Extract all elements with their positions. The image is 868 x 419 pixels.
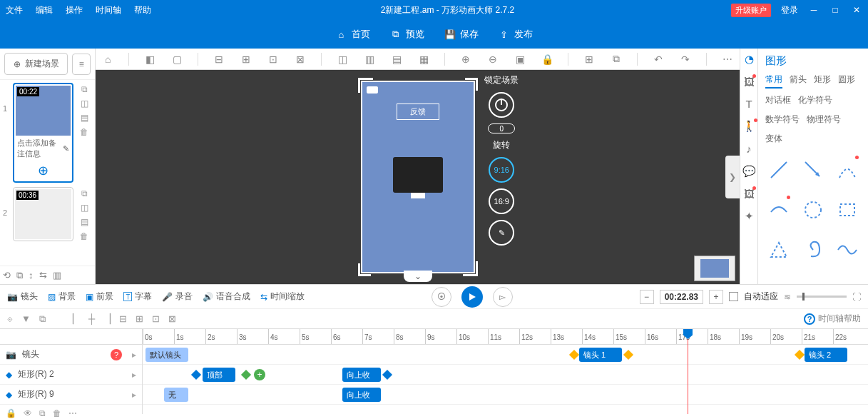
clip-none[interactable]: 无 bbox=[164, 388, 188, 402]
upgrade-badge[interactable]: 升级账户 bbox=[731, 4, 771, 17]
add-scene-below[interactable]: ⊕ bbox=[16, 161, 71, 180]
minimize-icon[interactable]: ─ bbox=[808, 4, 820, 16]
expand-handle[interactable]: ❯ bbox=[725, 156, 740, 198]
clip-up[interactable]: 向上收 bbox=[342, 368, 381, 382]
character-tab-icon[interactable]: 🚶 bbox=[742, 120, 756, 133]
clip-camera-2[interactable]: 镜头 2 bbox=[805, 348, 847, 362]
close-icon[interactable]: ✕ bbox=[851, 4, 862, 16]
callout-tab-icon[interactable]: 💬 bbox=[742, 165, 756, 178]
align-icon[interactable]: ⊟ bbox=[213, 54, 225, 65]
scene-card[interactable]: 00:36 bbox=[13, 187, 73, 241]
zoom-out-button[interactable]: − bbox=[640, 290, 654, 304]
tab-chem[interactable]: 化学符号 bbox=[798, 94, 832, 108]
align-icon[interactable]: ⊞ bbox=[136, 313, 143, 324]
shape-rect-dashed[interactable] bbox=[834, 193, 861, 226]
shape-arrow[interactable] bbox=[800, 153, 827, 186]
zoom-in-icon[interactable]: ⊕ bbox=[459, 54, 472, 65]
zoom-out-icon[interactable]: ⊖ bbox=[486, 54, 499, 65]
fit-icon[interactable]: ▣ bbox=[514, 54, 526, 65]
lock-icon[interactable]: 🔒 bbox=[541, 54, 553, 65]
login-link[interactable]: 登录 bbox=[781, 4, 798, 16]
record-button[interactable]: 🎤录音 bbox=[162, 291, 193, 303]
align-icon[interactable]: ⊡ bbox=[152, 313, 160, 324]
dup-icon[interactable]: ◫ bbox=[81, 203, 88, 213]
play-button[interactable] bbox=[461, 286, 483, 308]
playhead[interactable] bbox=[688, 329, 688, 414]
tab-arrow[interactable]: 箭头 bbox=[790, 74, 807, 89]
fit-icon[interactable]: ⛶ bbox=[852, 292, 861, 302]
dup-icon[interactable]: ◫ bbox=[81, 99, 88, 108]
trash-icon[interactable]: 🗑 bbox=[53, 408, 61, 418]
track-camera[interactable]: 📷 镜头 ? ▸ bbox=[0, 345, 142, 365]
bg-button[interactable]: ▨背景 bbox=[48, 291, 76, 303]
menu-help[interactable]: 帮助 bbox=[134, 4, 151, 16]
more-icon[interactable]: ⋯ bbox=[68, 408, 77, 418]
text-tab-icon[interactable]: T bbox=[746, 98, 752, 110]
trash-icon[interactable]: 🗑 bbox=[80, 127, 88, 137]
shape-arc-dashed[interactable] bbox=[834, 153, 861, 186]
warning-icon[interactable]: ? bbox=[111, 349, 122, 360]
tool-icon[interactable]: ⟲ bbox=[3, 270, 11, 281]
subtitle-button[interactable]: 🅃字幕 bbox=[123, 291, 152, 303]
align-icon[interactable]: ⊠ bbox=[294, 54, 307, 65]
align-icon[interactable]: ⊞ bbox=[240, 54, 252, 65]
menu-edit[interactable]: 编辑 bbox=[36, 4, 53, 16]
camera-frame[interactable]: 反馈 ⌄ bbox=[361, 81, 475, 273]
keyframe[interactable] bbox=[623, 350, 633, 360]
time-ruler[interactable]: 0s1s2s3s4s5s6s7s8s9s10s11s12s13s14s15s16… bbox=[143, 329, 868, 345]
image-tab-icon[interactable]: 🖼 bbox=[744, 76, 755, 88]
filter-icon[interactable]: ▼ bbox=[21, 313, 31, 324]
eye-icon[interactable]: 👁 bbox=[24, 408, 32, 418]
scene-note[interactable]: 点击添加备注信息✎ bbox=[16, 136, 71, 161]
home-icon[interactable]: ⌂ bbox=[101, 54, 114, 65]
trash-icon[interactable]: 🗑 bbox=[80, 231, 88, 241]
fg-button[interactable]: ▣前景 bbox=[86, 291, 113, 303]
tool-icon[interactable]: ⇆ bbox=[39, 270, 47, 281]
timeline-help-label[interactable]: 时间轴帮助 bbox=[818, 313, 861, 325]
music-tab-icon[interactable]: ♪ bbox=[746, 143, 752, 155]
dist-icon[interactable]: ▤ bbox=[390, 54, 403, 65]
keyframe[interactable] bbox=[241, 370, 251, 380]
align-left-icon[interactable]: ▏ bbox=[73, 313, 80, 324]
lock-icon[interactable]: 🔒 bbox=[6, 408, 16, 418]
layers-icon[interactable]: ▤ bbox=[81, 113, 88, 123]
copy-icon[interactable]: ⧉ bbox=[81, 84, 88, 94]
keyframe[interactable] bbox=[569, 350, 579, 360]
align-icon[interactable]: ⊡ bbox=[267, 54, 280, 65]
camera-track-line[interactable]: 默认镜头 镜头 1 镜头 2 bbox=[143, 345, 868, 365]
menu-timeline[interactable]: 时间轴 bbox=[96, 4, 121, 16]
align-icon[interactable]: ⊠ bbox=[168, 313, 176, 324]
layers-icon[interactable]: ▤ bbox=[81, 217, 88, 227]
undo-icon[interactable]: ↶ bbox=[652, 54, 665, 65]
tab-dialog[interactable]: 对话框 bbox=[765, 94, 791, 108]
effect-tab-icon[interactable]: ✦ bbox=[745, 210, 754, 223]
seek-end-button[interactable]: ▻ bbox=[493, 287, 513, 307]
align-icon[interactable]: ⊟ bbox=[119, 313, 127, 324]
wave-icon[interactable]: ≋ bbox=[784, 292, 791, 302]
new-scene-button[interactable]: ⊕新建场景 bbox=[4, 53, 68, 75]
timescale-button[interactable]: ⇆时间缩放 bbox=[260, 291, 305, 303]
autofit-checkbox[interactable] bbox=[729, 292, 738, 301]
tab-math[interactable]: 数学符号 bbox=[765, 113, 800, 127]
tool-icon[interactable]: ▢ bbox=[170, 54, 183, 65]
rect2-track-line[interactable]: 顶部 + 向上收 bbox=[143, 365, 868, 385]
zoom-slider[interactable] bbox=[797, 296, 847, 298]
maximize-icon[interactable]: □ bbox=[829, 4, 841, 16]
scene-card[interactable]: 00:22 点击添加备注信息✎ ⊕ bbox=[13, 83, 73, 183]
clip-up[interactable]: 向上收 bbox=[342, 388, 381, 402]
track-rect2[interactable]: ◆ 矩形(R) 2 ▸ bbox=[0, 365, 142, 385]
keyframe[interactable] bbox=[795, 350, 805, 360]
publish-button[interactable]: ⇧发布 bbox=[499, 28, 533, 41]
tool-icon[interactable]: ⟐ bbox=[7, 313, 13, 324]
rotate-dial[interactable] bbox=[489, 92, 514, 118]
clip-camera-1[interactable]: 镜头 1 bbox=[579, 348, 622, 362]
preview-button[interactable]: ⧉预览 bbox=[390, 28, 424, 41]
tts-button[interactable]: 🔊语音合成 bbox=[203, 291, 250, 303]
scene-sort-button[interactable]: ≡ bbox=[72, 54, 91, 75]
more-icon[interactable]: ⋯ bbox=[721, 54, 734, 65]
tab-common[interactable]: 常用 bbox=[765, 74, 782, 89]
shape-triangle-dashed[interactable] bbox=[765, 233, 792, 266]
add-keyframe[interactable]: + bbox=[254, 369, 265, 380]
seek-start-button[interactable]: ⦿ bbox=[432, 287, 451, 307]
shape-line[interactable] bbox=[765, 153, 792, 186]
